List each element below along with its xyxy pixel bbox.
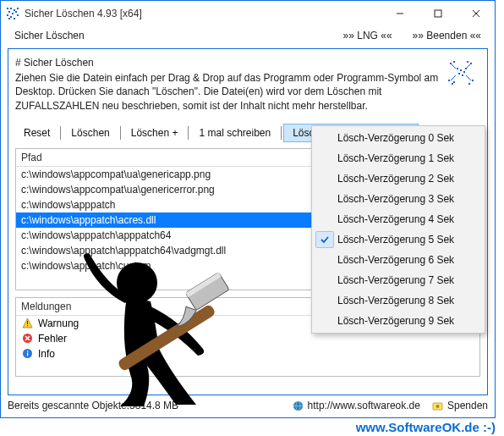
delay-option[interactable]: Lösch-Verzögerung 4 Sek xyxy=(314,209,483,229)
svg-point-47 xyxy=(436,405,440,408)
svg-rect-21 xyxy=(460,69,462,71)
delay-option-label: Lösch-Verzögerung 2 Sek xyxy=(337,173,454,185)
svg-rect-41 xyxy=(27,353,28,356)
info-box: # Sicher Löschen Ziehen Sie die Datein e… xyxy=(15,54,480,119)
delay-option-label: Lösch-Verzögerung 9 Sek xyxy=(337,315,454,327)
svg-rect-28 xyxy=(472,80,474,81)
svg-rect-19 xyxy=(467,61,468,63)
svg-rect-23 xyxy=(458,73,460,75)
svg-rect-8 xyxy=(10,16,12,18)
globe-icon xyxy=(293,400,304,411)
svg-rect-4 xyxy=(8,11,10,13)
svg-rect-10 xyxy=(14,18,15,19)
menu-language[interactable]: »» LNG «« xyxy=(338,30,397,41)
titlebar: Sicher Löschen 4.93 [x64] xyxy=(1,1,495,26)
delay-option[interactable]: Lösch-Verzögerung 5 Sek xyxy=(314,229,483,250)
delete-plus-button[interactable]: Löschen + xyxy=(123,124,187,142)
svg-rect-11 xyxy=(8,18,10,19)
svg-rect-6 xyxy=(15,11,17,13)
svg-rect-1 xyxy=(10,8,12,9)
watermark: www.SoftwareOK.de :-) xyxy=(356,420,496,434)
delay-option[interactable]: Lösch-Verzögerung 2 Sek xyxy=(314,168,483,189)
svg-rect-26 xyxy=(448,80,450,81)
message-label: Info xyxy=(38,348,55,360)
svg-rect-35 xyxy=(27,321,28,324)
status-url-link[interactable]: http://www.softwareok.de xyxy=(293,400,420,411)
svg-rect-42 xyxy=(27,350,28,351)
svg-line-34 xyxy=(466,75,471,80)
message-row[interactable]: Info xyxy=(16,346,479,361)
donate-link[interactable]: Spenden xyxy=(432,400,488,411)
message-label: Fehler xyxy=(38,333,67,345)
delay-option-label: Lösch-Verzögerung 8 Sek xyxy=(337,295,454,306)
write-once-button[interactable]: 1 mal schreiben xyxy=(190,124,279,142)
svg-rect-27 xyxy=(453,81,455,83)
close-button[interactable] xyxy=(457,1,495,26)
delay-option-label: Lösch-Verzögerung 0 Sek xyxy=(337,132,454,144)
info-body: Ziehen Sie die Datein einfach per Drag &… xyxy=(15,71,443,113)
svg-rect-36 xyxy=(27,325,28,326)
menubar: Sicher Löschen »» LNG «« »» Beenden «« xyxy=(1,26,495,45)
status-scanned: Bereits gescannte Objekte:3814.8 MB xyxy=(8,400,178,411)
statusbar: Bereits gescannte Objekte:3814.8 MB http… xyxy=(8,397,488,414)
maximize-button[interactable] xyxy=(419,1,457,26)
check-icon xyxy=(316,232,333,247)
window-title: Sicher Löschen 4.93 [x64] xyxy=(25,8,142,19)
svg-rect-0 xyxy=(7,8,8,9)
svg-line-33 xyxy=(451,75,456,80)
delay-option[interactable]: Lösch-Verzögerung 1 Sek xyxy=(314,148,483,168)
donate-icon xyxy=(432,400,444,411)
menu-exit[interactable]: »» Beenden «« xyxy=(408,30,486,41)
svg-rect-2 xyxy=(14,9,15,11)
svg-rect-30 xyxy=(452,83,453,85)
reset-button[interactable]: Reset xyxy=(15,124,58,142)
app-icon xyxy=(6,7,19,20)
delete-button[interactable]: Löschen xyxy=(63,124,118,142)
svg-rect-29 xyxy=(468,83,470,85)
delay-option-label: Lösch-Verzögerung 1 Sek xyxy=(337,152,454,164)
svg-rect-3 xyxy=(17,8,19,9)
svg-rect-17 xyxy=(453,61,455,63)
svg-rect-13 xyxy=(435,10,441,17)
status-url: http://www.softwareok.de xyxy=(308,400,420,411)
delay-option-label: Lösch-Verzögerung 7 Sek xyxy=(337,274,454,286)
svg-rect-5 xyxy=(12,13,14,14)
svg-rect-20 xyxy=(457,68,458,69)
delay-option-label: Lösch-Verzögerung 4 Sek xyxy=(337,213,454,225)
error-icon xyxy=(21,333,33,345)
svg-rect-24 xyxy=(462,75,463,76)
delay-option-label: Lösch-Verzögerung 6 Sek xyxy=(337,254,454,266)
svg-rect-7 xyxy=(7,14,8,16)
message-label: Warnung xyxy=(38,317,79,329)
scatter-icon xyxy=(443,56,480,113)
delay-option[interactable]: Lösch-Verzögerung 3 Sek xyxy=(314,189,483,209)
svg-rect-9 xyxy=(17,14,19,16)
delay-option[interactable]: Lösch-Verzögerung 8 Sek xyxy=(314,290,483,311)
menu-main[interactable]: Sicher Löschen xyxy=(9,30,90,41)
info-heading: # Sicher Löschen xyxy=(15,56,443,69)
svg-line-32 xyxy=(466,63,471,69)
delay-dropdown-menu[interactable]: Lösch-Verzögerung 0 SekLösch-Verzögerung… xyxy=(311,125,485,334)
delay-option[interactable]: Lösch-Verzögerung 7 Sek xyxy=(314,270,483,290)
donate-label: Spenden xyxy=(447,400,488,411)
svg-rect-22 xyxy=(463,71,465,73)
minimize-button[interactable] xyxy=(381,1,419,26)
delay-option[interactable]: Lösch-Verzögerung 6 Sek xyxy=(314,250,483,270)
delay-option[interactable]: Lösch-Verzögerung 9 Sek xyxy=(314,311,483,331)
info-icon xyxy=(21,348,33,360)
delay-option-label: Lösch-Verzögerung 5 Sek xyxy=(337,234,454,246)
warning-icon xyxy=(21,317,33,329)
delay-option-label: Lösch-Verzögerung 3 Sek xyxy=(337,193,454,205)
svg-line-31 xyxy=(451,63,456,69)
delay-option[interactable]: Lösch-Verzögerung 0 Sek xyxy=(314,128,483,148)
